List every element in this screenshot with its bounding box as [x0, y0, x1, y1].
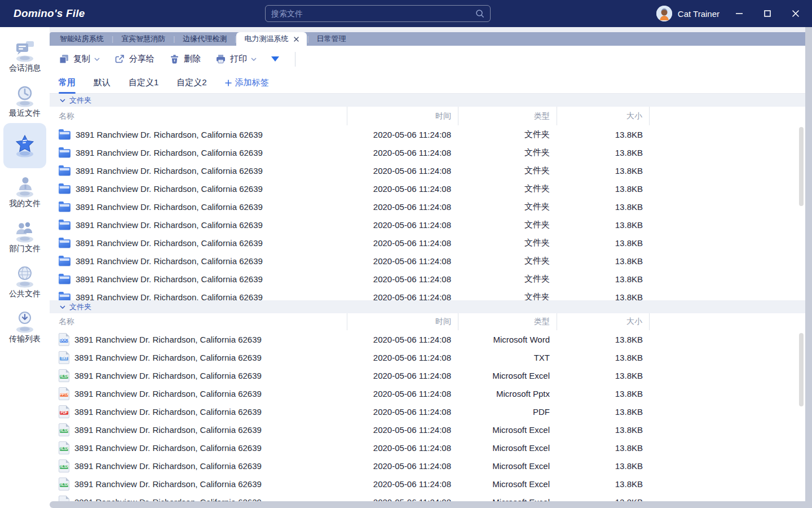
file-name: 3891 Ranchview Dr. Richardson, Californi… [74, 461, 262, 471]
table-row[interactable]: XLSX3891 Ranchview Dr. Richardson, Calif… [50, 493, 812, 501]
filter-tab-custom2[interactable]: 自定义2 [176, 72, 206, 94]
section-header-folders-2[interactable]: 文件夹 [50, 300, 812, 313]
title-bar: Domino's File Cat Trainer [0, 0, 812, 27]
department-files-users-icon [11, 218, 38, 245]
vertical-scrollbar-thumb[interactable] [799, 333, 804, 406]
copy-button[interactable]: 复制 [59, 54, 100, 64]
document-tab-bar: 智能站房系统 | 宜宾智慧消防 | 边缘代理检测 | 电力测温系统 | 日常管理 [50, 32, 812, 46]
sidebar-item-favorites[interactable] [3, 123, 46, 168]
file-size: 13.8KB [557, 238, 650, 248]
vertical-scrollbar-thumb[interactable] [799, 127, 804, 206]
printer-icon [215, 54, 226, 64]
file-time: 2020-05-06 11:24:08 [347, 274, 458, 284]
sidebar-item-department-files[interactable]: 部门文件 [3, 213, 46, 259]
plus-icon [225, 80, 232, 86]
search-box[interactable] [265, 5, 491, 22]
file-name: 3891 Ranchview Dr. Richardson, Californi… [76, 166, 263, 176]
column-header-time[interactable]: 时间 [347, 313, 458, 330]
close-button[interactable] [787, 5, 804, 22]
table-row[interactable]: TXT3891 Ranchview Dr. Richardson, Califo… [50, 348, 812, 366]
column-header-size[interactable]: 大小 [557, 107, 650, 125]
table-row[interactable]: 3891 Ranchview Dr. Richardson, Californi… [50, 252, 812, 270]
file-name: 3891 Ranchview Dr. Richardson, Californi… [74, 389, 262, 398]
tab-4[interactable]: 日常管理 [309, 32, 354, 46]
user-name: Cat Trainer [678, 9, 720, 19]
file-size: 13.8KB [557, 130, 650, 139]
chevron-down-icon [251, 58, 257, 61]
file-type-badge: PPTX [60, 393, 68, 396]
file-time: 2020-05-06 11:24:08 [347, 479, 458, 489]
tab-close-icon[interactable] [294, 37, 299, 42]
tab-2[interactable]: 边缘代理检测 [175, 32, 235, 46]
file-type: 文件夹 [458, 238, 557, 248]
sidebar-item-my-files[interactable]: 我的文件 [3, 168, 46, 213]
table-row[interactable]: 3891 Ranchview Dr. Richardson, Californi… [50, 198, 812, 216]
file-size: 13.8KB [557, 220, 650, 230]
table-row[interactable]: DOCX3891 Ranchview Dr. Richardson, Calif… [50, 330, 812, 348]
folder-icon [59, 239, 70, 248]
filter-tab-default[interactable]: 默认 [94, 72, 111, 94]
sidebar-item-public-files[interactable]: 公共文件 [3, 259, 46, 304]
sidebar-item-chat-messages[interactable]: 会话消息 [3, 33, 46, 78]
sidebar-item-recent-files[interactable]: 最近文件 [3, 78, 46, 123]
minimize-button[interactable] [731, 5, 748, 22]
folder-rows: 3891 Ranchview Dr. Richardson, Californi… [50, 125, 812, 300]
table-row[interactable]: 3891 Ranchview Dr. Richardson, Californi… [50, 270, 812, 288]
file-type: Microsoft Word [458, 335, 557, 344]
print-button[interactable]: 打印 [215, 54, 257, 64]
tab-0[interactable]: 智能站房系统 [52, 32, 112, 46]
chevron-down-icon [60, 99, 65, 102]
search-icon[interactable] [475, 9, 484, 18]
table-header: 名称 时间 类型 大小 [50, 313, 812, 330]
file-size: 13.8KB [557, 461, 650, 471]
column-header-name[interactable]: 名称 [50, 107, 347, 125]
table-row[interactable]: 3891 Ranchview Dr. Richardson, Californi… [50, 125, 812, 143]
chevron-down-icon [94, 58, 100, 61]
horizontal-scrollbar[interactable] [50, 501, 812, 508]
sidebar-item-transfer-list[interactable]: 传输列表 [3, 304, 46, 349]
column-header-type[interactable]: 类型 [458, 313, 557, 330]
column-header-size[interactable]: 大小 [557, 313, 650, 330]
folder-icon [59, 185, 70, 194]
table-row[interactable]: 3891 Ranchview Dr. Richardson, Californi… [50, 288, 812, 300]
column-header-type[interactable]: 类型 [458, 107, 557, 125]
file-time: 2020-05-06 11:24:08 [347, 335, 458, 344]
more-actions-dropdown[interactable] [271, 56, 279, 62]
table-row[interactable]: 3891 Ranchview Dr. Richardson, Californi… [50, 216, 812, 234]
table-row[interactable]: 3891 Ranchview Dr. Richardson, Californi… [50, 161, 812, 179]
file-time: 2020-05-06 11:24:08 [347, 389, 458, 398]
table-row[interactable]: 3891 Ranchview Dr. Richardson, Californi… [50, 234, 812, 252]
file-time: 2020-05-06 11:24:08 [347, 407, 458, 417]
maximize-button[interactable] [759, 5, 776, 22]
table-row[interactable]: XLSX3891 Ranchview Dr. Richardson, Calif… [50, 421, 812, 439]
file-time: 2020-05-06 11:24:08 [347, 256, 458, 266]
table-row[interactable]: 3891 Ranchview Dr. Richardson, Californi… [50, 143, 812, 161]
share-button[interactable]: 分享给 [114, 54, 155, 64]
search-input[interactable] [271, 9, 475, 18]
add-tag-button[interactable]: 添加标签 [225, 77, 269, 88]
tab-1[interactable]: 宜宾智慧消防 [113, 32, 173, 46]
vertical-scrollbar-track[interactable] [805, 27, 812, 508]
tab-3-active[interactable]: 电力测温系统 [236, 32, 307, 46]
filter-tab-custom1[interactable]: 自定义1 [129, 72, 158, 94]
table-row[interactable]: XLSX3891 Ranchview Dr. Richardson, Calif… [50, 457, 812, 475]
table-row[interactable]: PDF3891 Ranchview Dr. Richardson, Califo… [50, 402, 812, 421]
table-row[interactable]: 3891 Ranchview Dr. Richardson, Californi… [50, 179, 812, 198]
table-row[interactable]: XLSX3891 Ranchview Dr. Richardson, Calif… [50, 439, 812, 457]
file-name: 3891 Ranchview Dr. Richardson, Californi… [74, 353, 262, 362]
table-row[interactable]: XLSX3891 Ranchview Dr. Richardson, Calif… [50, 366, 812, 384]
share-label: 分享给 [129, 54, 155, 64]
column-header-name[interactable]: 名称 [50, 313, 347, 330]
file-time: 2020-05-06 11:24:08 [347, 497, 458, 502]
filter-tab-common[interactable]: 常用 [59, 72, 76, 94]
column-header-time[interactable]: 时间 [347, 107, 458, 125]
delete-button[interactable]: 删除 [169, 54, 201, 64]
folder-icon [59, 167, 70, 176]
file-size: 13.8KB [557, 353, 650, 362]
table-row[interactable]: XLSX3891 Ranchview Dr. Richardson, Calif… [50, 475, 812, 493]
public-files-globe-icon [11, 263, 38, 290]
table-row[interactable]: PPTX3891 Ranchview Dr. Richardson, Calif… [50, 384, 812, 402]
section-header-folders-1[interactable]: 文件夹 [50, 94, 812, 107]
file-name: 3891 Ranchview Dr. Richardson, Californi… [76, 130, 263, 139]
user-avatar[interactable] [656, 6, 672, 21]
